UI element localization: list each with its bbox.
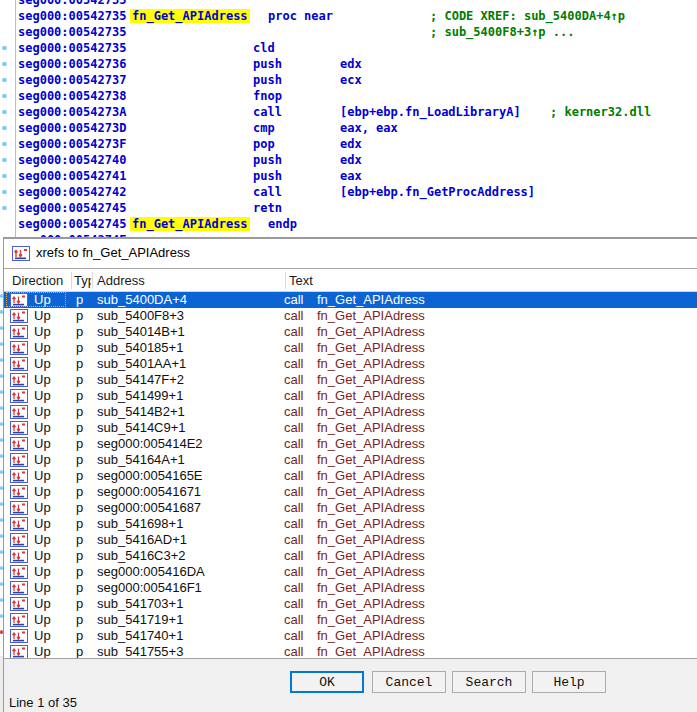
mnemonic: pop	[253, 137, 275, 151]
xref-type: p	[76, 516, 83, 532]
xref-target: fn_Get_APIAdress	[317, 596, 425, 612]
column-separator[interactable]	[71, 272, 72, 289]
xref-mnemonic: call	[284, 484, 304, 500]
xref-row[interactable]: Up p sub_54147F+2 call fn_Get_APIAdress	[4, 372, 697, 388]
xref-mnemonic: call	[284, 308, 304, 324]
disassembly-line[interactable]: seg000:00542745fn_Get_APIAdressendp	[0, 216, 697, 232]
disassembly-line[interactable]: seg000:00542742call[ebp+ebp.fn_GetProcAd…	[0, 184, 697, 200]
xref-direction: Up	[34, 468, 51, 484]
xref-address: sub_541719+1	[97, 612, 183, 628]
disassembly-line[interactable]: seg000:00542735; sub_5400F8+3↑p ...	[0, 24, 697, 40]
help-button[interactable]: Help	[532, 671, 606, 693]
xref-direction: Up	[34, 500, 51, 516]
operand: edx	[340, 57, 362, 71]
xref-row[interactable]: Up p seg000:005416DA call fn_Get_APIAdre…	[4, 564, 697, 580]
xref-row[interactable]: Up p seg000:005416F1 call fn_Get_APIAdre…	[4, 580, 697, 596]
mnemonic: retn	[253, 201, 282, 215]
xref-mnemonic: call	[284, 516, 304, 532]
xref-row[interactable]: Up p seg000:00541687 call fn_Get_APIAdre…	[4, 500, 697, 516]
xref-row[interactable]: Up p seg000:005414E2 call fn_Get_APIAdre…	[4, 436, 697, 452]
xref-row[interactable]: Up p seg000:00541671 call fn_Get_APIAdre…	[4, 484, 697, 500]
xref-row[interactable]: Up p sub_5414B2+1 call fn_Get_APIAdress	[4, 404, 697, 420]
xref-row-icon	[10, 309, 28, 323]
disassembly-line[interactable]: seg000:00542735fn_Get_APIAdressproc near…	[0, 8, 697, 24]
column-header-typ[interactable]: Typ	[74, 273, 91, 288]
xref-row-icon	[10, 549, 28, 563]
disassembly-line[interactable]: seg000:0054273Fpopedx	[0, 136, 697, 152]
ok-button[interactable]: OK	[290, 671, 364, 693]
xref-row[interactable]: Up p sub_541698+1 call fn_Get_APIAdress	[4, 516, 697, 532]
disassembly-line[interactable]: seg000:00542736pushedx	[0, 56, 697, 72]
address-label: seg000:00542742	[18, 185, 126, 199]
xref-row-icon	[10, 581, 28, 595]
xref-row[interactable]: Up p sub_5414C9+1 call fn_Get_APIAdress	[4, 420, 697, 436]
xref-row[interactable]: Up p sub_54014B+1 call fn_Get_APIAdress	[4, 324, 697, 340]
xref-row[interactable]: Up p sub_540185+1 call fn_Get_APIAdress	[4, 340, 697, 356]
xref-type: p	[76, 340, 83, 356]
mnemonic: call	[253, 105, 282, 119]
disassembly-pane[interactable]: seg000:00542735seg000:00542735fn_Get_API…	[0, 0, 697, 237]
disassembly-line[interactable]: seg000:00542738fnop	[0, 88, 697, 104]
column-separator[interactable]	[285, 272, 286, 289]
xref-direction: Up	[34, 516, 51, 532]
operand: [ebp+ebp.fn_LoadLibraryA]	[340, 105, 521, 119]
xref-target: fn_Get_APIAdress	[317, 340, 425, 356]
xref-address: sub_54014B+1	[97, 324, 185, 340]
column-header-direction[interactable]: Direction	[12, 273, 68, 288]
column-header-address[interactable]: Address	[97, 273, 145, 288]
disassembly-line[interactable]: seg000:00542745retn	[0, 200, 697, 216]
xref-target: fn_Get_APIAdress	[317, 388, 425, 404]
xref-address: sub_540185+1	[97, 340, 183, 356]
xref-target: fn_Get_APIAdress	[317, 612, 425, 628]
xref-direction: Up	[34, 340, 51, 356]
xref-mnemonic: call	[284, 404, 304, 420]
xref-row[interactable]: Up p seg000:0054165E call fn_Get_APIAdre…	[4, 468, 697, 484]
xref-row[interactable]: Up p sub_5416AD+1 call fn_Get_APIAdress	[4, 532, 697, 548]
xref-row[interactable]: Up p sub_541703+1 call fn_Get_APIAdress	[4, 596, 697, 612]
xref-row[interactable]: Up p sub_541499+1 call fn_Get_APIAdress	[4, 388, 697, 404]
xref-target: fn_Get_APIAdress	[317, 580, 425, 596]
xref-row-icon	[10, 389, 28, 403]
xref-row[interactable]: Up p sub_541740+1 call fn_Get_APIAdress	[4, 628, 697, 644]
xref-row[interactable]: Up p sub_5401AA+1 call fn_Get_APIAdress	[4, 356, 697, 372]
xref-row-icon	[10, 469, 28, 483]
mnemonic: push	[253, 57, 282, 71]
xref-row[interactable]: Up p sub_541719+1 call fn_Get_APIAdress	[4, 612, 697, 628]
xref-row[interactable]: Up p sub_5400DA+4 call fn_Get_APIAdress	[4, 292, 697, 308]
search-button[interactable]: Search	[452, 671, 526, 693]
xref-row-icon	[10, 405, 28, 419]
xref-direction: Up	[34, 372, 51, 388]
margin-dot-icon	[2, 158, 7, 162]
xref-address: seg000:00541671	[97, 484, 201, 500]
xref-direction: Up	[34, 612, 51, 628]
dialog-titlebar[interactable]: xrefs to fn_Get_APIAdress	[4, 239, 697, 269]
xref-direction: Up	[34, 532, 51, 548]
xref-row[interactable]: Up p sub_54164A+1 call fn_Get_APIAdress	[4, 452, 697, 468]
xref-mnemonic: call	[284, 612, 304, 628]
cancel-button[interactable]: Cancel	[372, 671, 446, 693]
disassembly-line[interactable]: seg000:00542735cld	[0, 40, 697, 56]
column-separator[interactable]	[92, 272, 93, 289]
xref-list[interactable]: Up p sub_5400DA+4 call fn_Get_APIAdress …	[4, 292, 697, 658]
disassembly-line[interactable]: seg000:00542740pushedx	[0, 152, 697, 168]
disassembly-line[interactable]: seg000:0054273Dcmpeax, eax	[0, 120, 697, 136]
xref-row[interactable]: Up p sub_5400F8+3 call fn_Get_APIAdress	[4, 308, 697, 324]
mnemonic: call	[253, 185, 282, 199]
mnemonic: push	[253, 169, 282, 183]
disassembly-line[interactable]: seg000:00542735	[0, 0, 697, 8]
address-label: seg000:00542735	[18, 41, 126, 55]
xref-direction: Up	[34, 580, 51, 596]
column-header-text[interactable]: Text	[289, 273, 313, 288]
xref-target: fn_Get_APIAdress	[317, 404, 425, 420]
xref-type: p	[76, 308, 83, 324]
disassembly-line[interactable]: seg000:00542741pusheax	[0, 168, 697, 184]
xref-address: sub_541499+1	[97, 388, 183, 404]
xref-row-icon	[10, 645, 28, 658]
xref-row[interactable]: Up p sub_5416C3+2 call fn_Get_APIAdress	[4, 548, 697, 564]
xref-direction: Up	[34, 388, 51, 404]
disassembly-line[interactable]: seg000:0054273Acall[ebp+ebp.fn_LoadLibra…	[0, 104, 697, 120]
xref-type: p	[76, 356, 83, 372]
xref-row[interactable]: Up p sub_541755+3 call fn_Get_APIAdress	[4, 644, 697, 658]
disassembly-line[interactable]: seg000:00542737pushecx	[0, 72, 697, 88]
status-line: Line 1 of 35	[9, 695, 77, 710]
